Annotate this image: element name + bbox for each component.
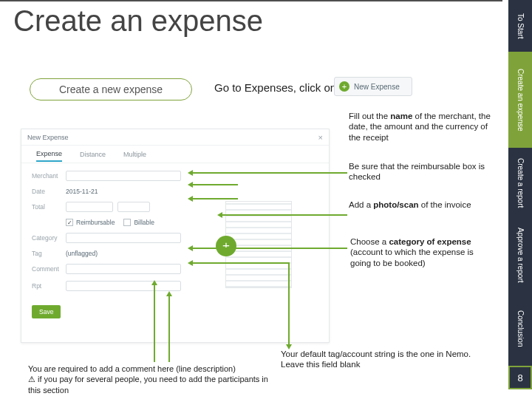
arrow-icon <box>192 172 347 174</box>
label-reimbursable: Reimbursable <box>76 219 115 226</box>
arrow-icon <box>222 214 347 216</box>
label-date: Date <box>32 188 66 195</box>
save-button: Save <box>32 305 61 318</box>
tag-value: (unflagged) <box>66 250 98 257</box>
label-merchant: Merchant <box>32 172 66 180</box>
arrow-icon <box>192 248 347 249</box>
arrow-icon <box>192 262 288 264</box>
page-number: 8 <box>508 366 532 389</box>
nav-label: Create a report <box>516 158 525 208</box>
annotation-reimbursable: Be sure that the reimbursable box is che… <box>349 161 494 183</box>
nav-label: Conclusion <box>516 310 525 347</box>
label-tag: Tag <box>32 250 66 257</box>
arrow-icon <box>192 198 238 200</box>
total-field <box>66 202 113 212</box>
label-billable: Billable <box>134 219 154 226</box>
nav-conclusion[interactable]: Conclusion <box>508 292 532 366</box>
expense-form-screenshot: New Expense × Expense Distance Multiple … <box>21 129 330 343</box>
annotation-photo: Add a photo/scan of the invoice <box>349 200 494 210</box>
nav-label: Approve a report <box>516 228 525 283</box>
plus-icon: + <box>339 81 349 92</box>
new-expense-button[interactable]: + New Expense <box>334 77 412 96</box>
new-expense-label: New Expense <box>354 83 400 91</box>
instruction-text: Go to Expenses, click on <box>214 81 336 94</box>
currency-field <box>117 202 150 212</box>
annotation-category: Choose a category of expense (account to… <box>350 236 492 268</box>
rpt-field <box>66 281 181 291</box>
arrow-icon <box>192 184 238 185</box>
category-field <box>66 233 181 243</box>
label-total: Total <box>32 203 66 211</box>
date-value: 2015-11-21 <box>66 188 98 195</box>
page-title: Create an expense <box>13 4 263 38</box>
warning-icon: ⚠ <box>28 375 35 383</box>
nav-label: Create an expense <box>516 69 525 132</box>
nav-create-report[interactable]: Create a report <box>508 148 532 218</box>
arrow-icon <box>288 262 290 345</box>
arrow-icon <box>168 296 170 362</box>
mock-header: New Expense <box>27 134 69 141</box>
nav-approve-report[interactable]: Approve a report <box>508 218 532 292</box>
tab-multiple: Multiple <box>123 151 146 158</box>
subtitle-pill: Create a new expense <box>30 78 192 100</box>
label-category: Category <box>32 234 66 242</box>
nav-to-start[interactable]: To Start <box>508 0 532 52</box>
annotation-comment: You are required to add a comment here (… <box>28 364 273 395</box>
close-icon: × <box>318 133 323 142</box>
label-comment: Comment <box>32 265 66 273</box>
comment-field <box>66 264 181 274</box>
reimbursable-checkbox: ✓ <box>66 219 73 226</box>
annotation-merchant: Fill out the name of the merchant, the d… <box>349 111 494 143</box>
side-nav: To Start Create an expense Create a repo… <box>508 0 532 399</box>
nav-create-expense[interactable]: Create an expense <box>508 52 532 148</box>
tab-distance: Distance <box>80 151 106 158</box>
annotation-tag: Your default tag/account string is the o… <box>281 349 495 370</box>
tab-expense: Expense <box>36 150 62 162</box>
arrow-icon <box>154 284 155 362</box>
merchant-field <box>66 171 181 181</box>
nav-label: To Start <box>516 13 525 38</box>
add-photo-icon: + <box>216 236 236 256</box>
label-rpt: Rpt <box>32 282 66 290</box>
billable-checkbox <box>123 219 131 226</box>
